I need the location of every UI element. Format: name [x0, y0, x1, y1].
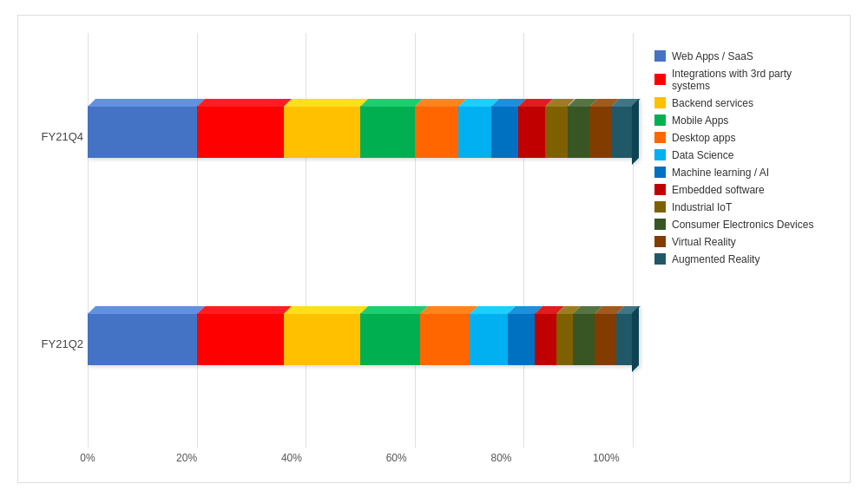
bar-segment: [88, 313, 197, 365]
legend-label: Augmented Reality: [672, 253, 760, 265]
x-axis-label: 20%: [176, 452, 197, 464]
bar-segment: [88, 106, 197, 158]
bar-segment: [470, 313, 508, 365]
segment-right-face: [632, 306, 639, 372]
legend-label: Desktop apps: [672, 132, 735, 144]
grid-line: [415, 33, 416, 448]
legend-color-box: [654, 167, 666, 178]
3d-bar: [88, 313, 633, 365]
bar-segment: [545, 106, 567, 158]
bar-segment: [360, 313, 420, 365]
bar-row: FY21Q2: [88, 304, 633, 383]
bar-segment: [197, 313, 284, 365]
legend-item: Machine learning / AI: [654, 167, 832, 179]
grid-lines: [88, 33, 633, 448]
legend-color-box: [654, 201, 666, 213]
segment-top-face: [360, 306, 428, 314]
segment-top-face: [88, 306, 205, 314]
legend-color-box: [654, 74, 666, 85]
bar-segment: [508, 313, 535, 365]
x-axis-label: 40%: [281, 452, 302, 464]
chart-container: FY21Q4FY21Q2 0%20%40%60%80%100% Web Apps…: [17, 15, 851, 483]
grid-line: [306, 33, 306, 448]
legend-item: Industrial IoT: [654, 201, 832, 213]
legend-color-box: [654, 132, 666, 143]
segment-top-face: [88, 99, 205, 107]
legend-label: Web Apps / SaaS: [672, 50, 753, 62]
legend-label: Integrations with 3rd party systems: [672, 68, 832, 92]
x-axis-label: 0%: [80, 452, 95, 464]
bar-segment: [420, 313, 470, 365]
legend-item: Backend services: [654, 97, 832, 109]
bar-segment: [535, 313, 556, 365]
legend-color-box: [654, 236, 666, 247]
bar-segment: [491, 106, 518, 158]
x-axis: 0%20%40%60%80%100%: [36, 448, 641, 474]
legend-color-box: [654, 253, 666, 265]
bar-segment: [284, 313, 360, 365]
segment-top-face: [197, 306, 292, 314]
legend-color-box: [654, 219, 666, 230]
segment-top-face: [284, 306, 368, 314]
legend-color-box: [654, 50, 666, 62]
legend-label: Data Science: [672, 149, 733, 161]
bar-segment: [197, 106, 284, 158]
legend: Web Apps / SaaSIntegrations with 3rd par…: [641, 33, 832, 474]
bar-segment: [568, 106, 589, 158]
segment-top-face: [284, 99, 368, 107]
x-axis-label: 80%: [490, 452, 511, 464]
legend-item: Data Science: [654, 149, 832, 161]
legend-label: Backend services: [672, 97, 753, 109]
grid-line: [523, 33, 524, 448]
3d-bar: [88, 106, 633, 158]
bar-segment: [556, 313, 573, 365]
legend-color-box: [654, 149, 666, 160]
bar-label: FY21Q4: [40, 130, 83, 143]
x-axis-label: 60%: [386, 452, 407, 464]
grid-line: [197, 33, 198, 448]
bar-segment: [284, 106, 360, 158]
chart-main: FY21Q4FY21Q2 0%20%40%60%80%100%: [36, 33, 641, 474]
bar-wrapper: [88, 106, 633, 167]
bar-segment: [595, 313, 616, 365]
legend-label: Industrial IoT: [672, 201, 732, 213]
bar-segment: [616, 313, 633, 365]
bar-segment: [573, 313, 595, 365]
bar-segment: [589, 106, 611, 158]
legend-item: Augmented Reality: [654, 253, 832, 265]
bar-segment: [360, 106, 415, 158]
legend-item: Web Apps / SaaS: [654, 50, 832, 62]
bar-segment: [458, 106, 491, 158]
legend-item: Consumer Electronics Devices: [654, 219, 832, 231]
legend-item: Mobile Apps: [654, 114, 832, 127]
legend-item: Integrations with 3rd party systems: [654, 68, 832, 92]
legend-label: Mobile Apps: [672, 114, 728, 127]
segment-right-face: [632, 99, 639, 165]
segment-top-face: [360, 99, 423, 107]
bar-segment: [415, 106, 458, 158]
legend-item: Embedded software: [654, 184, 832, 196]
legend-label: Machine learning / AI: [672, 167, 769, 179]
legend-item: Desktop apps: [654, 132, 832, 144]
bar-segment: [611, 106, 633, 158]
chart-area: FY21Q4FY21Q2 0%20%40%60%80%100% Web Apps…: [36, 33, 832, 474]
legend-color-box: [654, 97, 666, 108]
legend-label: Virtual Reality: [672, 236, 736, 248]
bar-row: FY21Q4: [88, 97, 633, 175]
legend-item: Virtual Reality: [654, 236, 832, 248]
bar-segment: [518, 106, 545, 158]
bar-label: FY21Q2: [40, 337, 83, 350]
legend-label: Consumer Electronics Devices: [672, 219, 813, 231]
legend-color-box: [654, 184, 666, 195]
legend-label: Embedded software: [672, 184, 765, 196]
grid-line: [88, 33, 89, 448]
bar-wrapper: [88, 313, 633, 374]
x-axis-label: 100%: [593, 452, 620, 464]
grid-line: [633, 33, 634, 448]
segment-top-face: [197, 99, 292, 107]
bars-area: FY21Q4FY21Q2: [36, 33, 641, 448]
legend-color-box: [654, 114, 666, 126]
